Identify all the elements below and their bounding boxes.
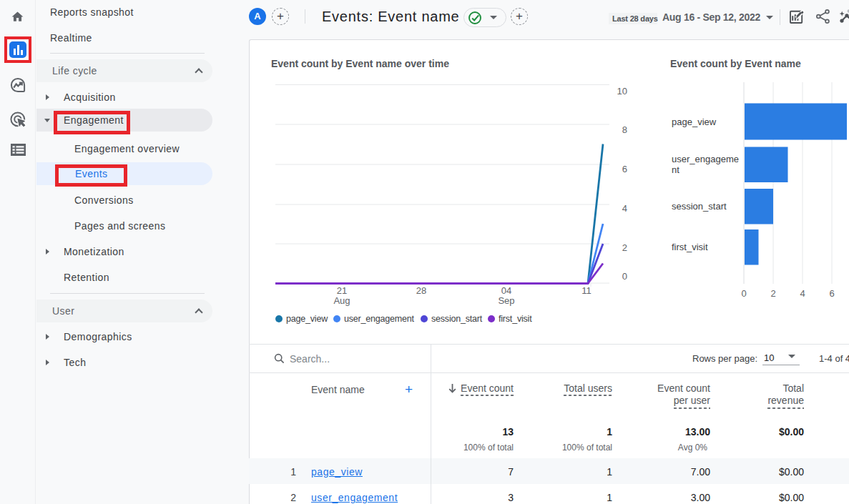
svg-text:6: 6 <box>622 164 627 174</box>
svg-text:0: 0 <box>741 288 746 299</box>
svg-text:Aug: Aug <box>333 295 350 306</box>
svg-text:10: 10 <box>617 86 627 97</box>
svg-text:2: 2 <box>770 288 775 299</box>
svg-text:4: 4 <box>800 288 805 299</box>
svg-text:04: 04 <box>501 285 511 296</box>
svg-text:28: 28 <box>416 285 426 296</box>
svg-text:8: 8 <box>622 124 627 135</box>
svg-text:user_engageme: user_engageme <box>672 154 739 164</box>
svg-text:21: 21 <box>337 285 347 296</box>
svg-text:page_view: page_view <box>672 117 717 127</box>
svg-text:first_visit: first_visit <box>672 242 708 252</box>
svg-text:session_start: session_start <box>672 201 727 212</box>
svg-text:4: 4 <box>622 203 627 214</box>
svg-text:11: 11 <box>581 285 592 296</box>
svg-text:2: 2 <box>622 242 627 253</box>
svg-text:nt: nt <box>672 164 679 175</box>
svg-text:0: 0 <box>622 271 627 282</box>
svg-text:6: 6 <box>829 288 834 299</box>
svg-text:Sep: Sep <box>498 295 514 306</box>
